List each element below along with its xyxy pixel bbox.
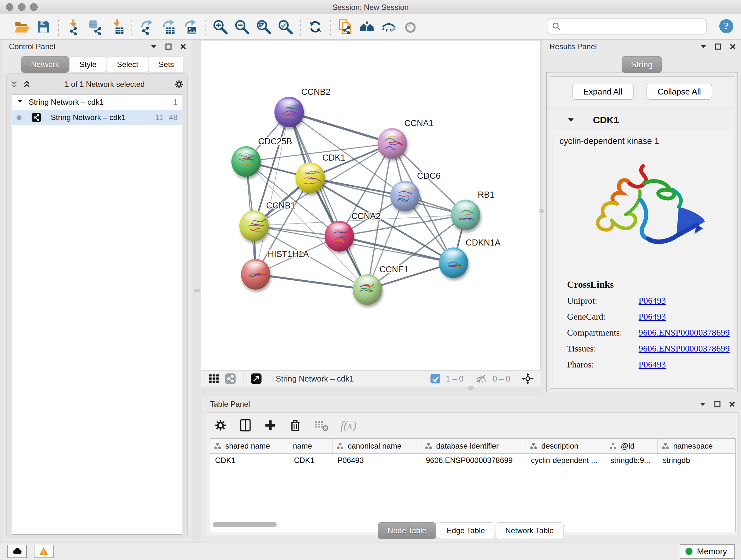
search-box[interactable] bbox=[548, 18, 706, 35]
inspector-orb-button[interactable] bbox=[401, 18, 419, 36]
expand-all-icon[interactable] bbox=[23, 80, 31, 88]
delete-column-trash-icon[interactable] bbox=[288, 418, 302, 432]
column-header-database-identifier[interactable]: database identifier bbox=[421, 439, 526, 453]
crosslink-link[interactable]: P06493 bbox=[638, 360, 666, 369]
cloud-status-button[interactable] bbox=[7, 545, 27, 558]
memory-button[interactable]: Memory bbox=[680, 544, 735, 559]
save-session-button[interactable] bbox=[35, 18, 52, 36]
collapse-caret-icon[interactable] bbox=[567, 116, 575, 124]
network-share-view-icon[interactable] bbox=[225, 373, 236, 384]
crosslink-link[interactable]: P06493 bbox=[638, 296, 666, 306]
show-columns-icon[interactable] bbox=[239, 418, 253, 432]
export-image-button[interactable] bbox=[181, 18, 199, 36]
network-edge-CCNB2-CCNE1[interactable] bbox=[289, 112, 367, 290]
network-node-CDK1[interactable]: CDK1 bbox=[295, 153, 345, 193]
export-network-button[interactable] bbox=[138, 18, 156, 36]
tab-select[interactable]: Select bbox=[107, 56, 148, 73]
panel-close-icon[interactable] bbox=[179, 43, 187, 51]
network-node-CCNB1[interactable]: CCNB1 bbox=[239, 201, 295, 241]
network-edge-HIST1H1A-CCNE1[interactable] bbox=[256, 274, 367, 290]
export-table-button[interactable] bbox=[159, 18, 178, 36]
help-icon[interactable]: ? bbox=[719, 18, 734, 34]
horizontal-splitter-handle[interactable] bbox=[468, 386, 474, 390]
tab-node-table[interactable]: Node Table bbox=[378, 522, 436, 539]
zoom-in-button[interactable] bbox=[211, 18, 229, 36]
table-cell[interactable]: CDK1 bbox=[289, 453, 332, 468]
panel-float-icon[interactable] bbox=[714, 43, 722, 51]
network-node-RB1[interactable]: RB1 bbox=[451, 190, 495, 230]
right-splitter-handle[interactable] bbox=[539, 209, 544, 213]
function-builder-icon[interactable]: f(x) bbox=[340, 419, 356, 432]
warnings-button[interactable] bbox=[34, 545, 54, 558]
zoom-out-button[interactable] bbox=[233, 18, 251, 36]
zoom-selected-button[interactable] bbox=[276, 18, 294, 36]
panel-close-icon[interactable] bbox=[729, 43, 737, 51]
import-table-button[interactable] bbox=[108, 18, 126, 36]
column-header-shared-name[interactable]: shared name bbox=[210, 439, 289, 453]
column-header-namespace[interactable]: namespace bbox=[658, 439, 735, 453]
panel-close-icon[interactable] bbox=[728, 400, 736, 408]
network-node-HIST1H1A[interactable]: HIST1H1A bbox=[241, 249, 309, 290]
pan-move-icon[interactable] bbox=[522, 373, 534, 384]
toolbar-separator bbox=[330, 17, 331, 36]
panel-menu-caret-icon[interactable] bbox=[699, 43, 707, 51]
search-input[interactable] bbox=[561, 22, 698, 31]
crosslink-link[interactable]: P06493 bbox=[638, 312, 666, 321]
tab-network[interactable]: Network bbox=[21, 56, 69, 73]
network-collection-row[interactable]: String Network – cdk1 1 bbox=[12, 95, 182, 110]
table-cell[interactable]: stringdb bbox=[658, 453, 735, 468]
network-node-CCNE1[interactable]: CCNE1 bbox=[353, 265, 409, 305]
crosslink-link[interactable]: 9606.ENSP00000378699 bbox=[638, 344, 730, 354]
table-cell[interactable]: P06493 bbox=[332, 453, 421, 468]
zoom-fit-button[interactable] bbox=[255, 18, 273, 36]
node-result-header[interactable]: CDK1 bbox=[550, 111, 734, 129]
panel-float-icon[interactable] bbox=[165, 43, 172, 51]
crosslink-link[interactable]: 9606.ENSP00000378699 bbox=[638, 327, 730, 337]
column-header--id[interactable]: @id bbox=[605, 439, 658, 453]
table-settings-gear-icon[interactable] bbox=[213, 418, 227, 432]
table-hscrollbar-thumb[interactable] bbox=[213, 522, 277, 527]
show-all-networks-button[interactable] bbox=[358, 18, 376, 36]
table-row[interactable]: CDK1CDK1P064939606.ENSP00000378699cyclin… bbox=[210, 453, 735, 468]
table-cell[interactable]: stringdb:9... bbox=[605, 453, 658, 468]
selected-checkbox-icon[interactable] bbox=[430, 374, 440, 383]
results-tab-string[interactable]: String bbox=[622, 56, 662, 73]
panel-menu-caret-icon[interactable] bbox=[150, 43, 158, 51]
delete-table-icon[interactable] bbox=[313, 418, 330, 432]
table-cell[interactable]: 9606.ENSP00000378699 bbox=[421, 453, 526, 468]
collapse-all-icon[interactable] bbox=[10, 80, 18, 88]
left-splitter-handle[interactable] bbox=[194, 289, 200, 293]
network-node-CDKN1A[interactable]: CDKN1A bbox=[439, 238, 501, 278]
table-cell[interactable]: CDK1 bbox=[210, 453, 289, 468]
network-node-CCNA2[interactable]: CCNA2 bbox=[325, 211, 381, 252]
network-view[interactable]: CCNB2 CCNA1 CDC25B CDK1 CDC6 RB1 CCNB1 C… bbox=[201, 40, 541, 370]
add-column-icon[interactable] bbox=[263, 418, 277, 432]
expand-all-button[interactable]: Expand All bbox=[572, 84, 634, 100]
column-header-description[interactable]: description bbox=[526, 439, 605, 453]
hidden-eye-icon[interactable] bbox=[475, 373, 487, 384]
hide-selected-button[interactable] bbox=[380, 18, 398, 36]
collapse-all-button[interactable]: Collapse All bbox=[647, 84, 712, 100]
table-cell[interactable]: cyclin-dependent ... bbox=[526, 453, 605, 468]
column-header-name[interactable]: name bbox=[289, 439, 332, 453]
grid-view-icon[interactable] bbox=[208, 373, 219, 384]
network-edge-CCNB2-CCNA1[interactable] bbox=[289, 112, 392, 143]
panel-menu-caret-icon[interactable] bbox=[699, 400, 706, 408]
import-network-database-button[interactable] bbox=[86, 18, 104, 36]
clone-network-button[interactable] bbox=[336, 18, 354, 36]
tab-style[interactable]: Style bbox=[70, 56, 106, 73]
tab-edge-table[interactable]: Edge Table bbox=[437, 522, 495, 539]
import-network-button[interactable] bbox=[64, 18, 82, 36]
column-header-canonical-name[interactable]: canonical name bbox=[332, 439, 421, 453]
birdseye-view-icon[interactable] bbox=[251, 373, 262, 384]
node-label-RB1: RB1 bbox=[478, 190, 495, 199]
tree-expand-caret-icon[interactable] bbox=[17, 98, 23, 105]
tab-sets[interactable]: Sets bbox=[149, 56, 184, 73]
tab-network-table[interactable]: Network Table bbox=[495, 522, 564, 539]
open-session-button[interactable] bbox=[13, 18, 30, 36]
panel-float-icon[interactable] bbox=[714, 400, 721, 408]
network-row[interactable]: String Network – cdk1 11 48 bbox=[12, 110, 182, 125]
refresh-button[interactable] bbox=[307, 18, 324, 36]
network-options-gear-icon[interactable] bbox=[174, 79, 184, 89]
network-node-CCNA1[interactable]: CCNA1 bbox=[378, 118, 434, 159]
